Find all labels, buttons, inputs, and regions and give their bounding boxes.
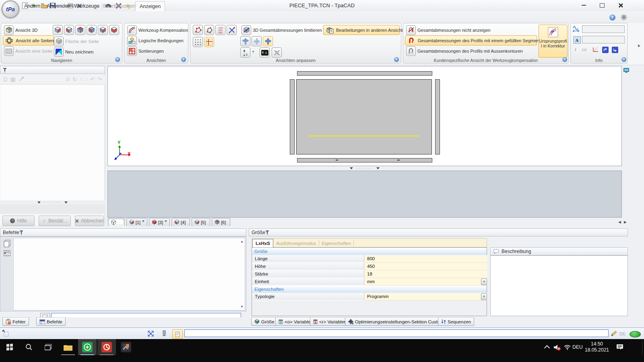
section-view-1-button[interactable]	[240, 36, 250, 46]
row-staerke-value[interactable]: 18	[365, 270, 487, 278]
hilfe-button[interactable]: ? Hilfe	[2, 216, 35, 226]
view-tab-next-arrow[interactable]: ▶	[624, 220, 627, 224]
workpiece-side-top[interactable]	[297, 71, 432, 76]
cad-canvas[interactable]: Y X	[107, 66, 622, 166]
view-tab-3d[interactable]	[108, 218, 125, 226]
fit-view-icon[interactable]	[147, 330, 154, 337]
arrow-up-button[interactable]	[602, 47, 609, 53]
volume-button[interactable]	[551, 339, 563, 355]
canvas-splitter[interactable]: ··········	[107, 166, 622, 171]
bestaetigen-button[interactable]: ✓ Bestäti...	[39, 216, 71, 226]
rotate-left-icon[interactable]: ↺	[65, 76, 70, 82]
selection-tool-icon[interactable]	[2, 330, 9, 337]
z-axis-button[interactable]: z	[240, 47, 250, 58]
collapse-arrows-button[interactable]	[272, 47, 282, 58]
face-view-1-button[interactable]	[53, 25, 63, 35]
corner-measure-icon[interactable]	[592, 47, 599, 53]
typologie-dropdown[interactable]: ▾	[481, 293, 487, 300]
tab-groesse[interactable]: Größe	[251, 317, 278, 326]
group-help-icon[interactable]: ?	[181, 57, 186, 62]
bearbeitungen-andere-ansichten-button[interactable]: Bearbeitungen in anderen Ansichten	[323, 25, 400, 35]
befehle-list[interactable]: ▲ ▼	[13, 238, 245, 311]
face-view-3-button[interactable]	[75, 25, 85, 35]
menu-tab-bearbeitungen[interactable]: Bearbeitungen	[99, 1, 140, 11]
info-multi-icon[interactable]: iii	[582, 47, 587, 52]
notification-center-button[interactable]	[613, 339, 627, 355]
taskbar-app-dark-button[interactable]	[117, 339, 135, 355]
menu-tab-anzeigen[interactable]: Anzeigen	[135, 1, 165, 11]
grid-points-button[interactable]	[193, 37, 203, 47]
flaeche-der-seite-button[interactable]: Fläche der Seite	[53, 36, 100, 46]
curve-forward-icon[interactable]: ↷	[97, 76, 102, 82]
minimize-button[interactable]	[576, 0, 591, 10]
expand-arrows-button[interactable]	[227, 25, 237, 35]
tab-fehler[interactable]: Fehler	[2, 317, 29, 326]
show-desktop-sliver[interactable]	[642, 339, 644, 355]
canvas-corner-icon[interactable]	[623, 68, 629, 73]
active-doc-icon[interactable]	[172, 329, 183, 339]
ansicht-eine-seite-button[interactable]: Ansicht eine Seite	[3, 46, 54, 56]
view-tab-6[interactable]: [6]	[212, 218, 230, 226]
group-help-icon[interactable]: ?	[394, 57, 399, 62]
profile-points-arrows-button[interactable]	[193, 25, 203, 35]
drill-tool-icon[interactable]	[19, 76, 24, 82]
menu-tab-werkzeuge[interactable]: Werkzeuge	[70, 1, 103, 11]
workpiece-face-main[interactable]	[296, 79, 432, 154]
info-single-icon[interactable]: i	[575, 46, 576, 53]
secondary-view[interactable]	[107, 171, 622, 218]
z-axis-dropdown[interactable]: ▾	[252, 50, 254, 53]
edit-pencil-icon[interactable]	[611, 330, 617, 337]
beschreibung-body[interactable]	[490, 255, 628, 316]
row-einheit-value[interactable]: mm ▾	[365, 278, 487, 286]
werkzeug-kompensation-button[interactable]: Werkzeug-Kompensation	[126, 25, 189, 35]
profile-points-button[interactable]	[204, 25, 214, 35]
maximize-button[interactable]	[595, 0, 609, 10]
sort-down-icon[interactable]: ↓	[85, 76, 87, 82]
left-panel-splitter[interactable]: ··········	[0, 200, 105, 204]
arrow-down-button[interactable]	[612, 47, 618, 53]
scroll-down-icon[interactable]: ▼	[240, 305, 244, 309]
view-tab-4[interactable]: [4]	[171, 218, 190, 226]
workpiece-side-left[interactable]	[290, 79, 295, 154]
ribbon-overflow-arrow[interactable]: ▶	[638, 44, 640, 47]
pin-icon[interactable]	[3, 68, 7, 73]
left-panel-body[interactable]	[1, 85, 104, 200]
workpiece-side-bottom[interactable]	[297, 158, 432, 162]
task-view-button[interactable]	[39, 339, 58, 355]
curve-back-icon[interactable]: ↶	[90, 76, 95, 82]
abbrechen-button[interactable]: Abbrechen	[75, 216, 104, 226]
face-view-6-button[interactable]	[109, 25, 119, 35]
pages-icon[interactable]	[4, 240, 10, 247]
taskbar-explorer-button[interactable]	[59, 339, 77, 355]
face-view-2-button[interactable]	[64, 25, 74, 35]
close-button[interactable]	[613, 0, 628, 10]
omega-tool-icon[interactable]: Ω	[3, 76, 7, 82]
tab-optimierung[interactable]: Optimierungseinstellungen-Sektion Custom	[345, 317, 447, 326]
help-button[interactable]: ?	[609, 14, 615, 21]
face-view-4-button[interactable]	[87, 25, 97, 35]
row-laenge-value[interactable]: 800	[365, 255, 487, 263]
logische-bedingungen-button[interactable]: Logische Bedingungen	[126, 35, 185, 45]
sortierungen-button[interactable]: Sortierungen	[126, 46, 165, 56]
pin-icon[interactable]	[265, 230, 269, 235]
taskbar-tpacad-button[interactable]	[78, 339, 97, 355]
taskbar-language-button[interactable]: DEU	[572, 339, 584, 355]
tab-eigenschaften[interactable]: Eigenschaften	[322, 239, 351, 247]
view-tab-3[interactable]: [3]	[149, 218, 170, 226]
menu-tab-aendern[interactable]: Ändern	[20, 1, 44, 11]
gesamtabmessungen-aussenkonturen-button[interactable]: Gesamtabmessungen des Profils mit Aussen…	[405, 46, 524, 56]
view-tab-5[interactable]: [5]	[192, 218, 210, 226]
gesamtabmessungen-gefuellt-button[interactable]: Gesamtabmessungen des Profils mit einem …	[405, 35, 537, 45]
row-hoehe-value[interactable]: 450	[365, 263, 487, 270]
neu-zeichnen-button[interactable]: Neu zeichnen	[53, 47, 95, 57]
table-icon[interactable]	[4, 250, 10, 256]
gesamtabmessungen-nicht-anzeigen-button[interactable]: Gesamtabmessungen nicht anzeigen	[405, 25, 492, 35]
rotate-right-icon[interactable]: ↻	[72, 76, 77, 82]
tab-lxhxs[interactable]: LxHxS	[252, 239, 273, 247]
row-typologie-value[interactable]: Programm ▾	[365, 293, 487, 300]
grid-tool-icon[interactable]: ▦	[10, 76, 15, 82]
scroll-up-icon[interactable]: ▲	[240, 240, 244, 243]
pin-icon[interactable]	[19, 230, 23, 235]
taskbar-search-button[interactable]	[19, 339, 39, 355]
app-logo[interactable]: tPa	[2, 0, 19, 18]
